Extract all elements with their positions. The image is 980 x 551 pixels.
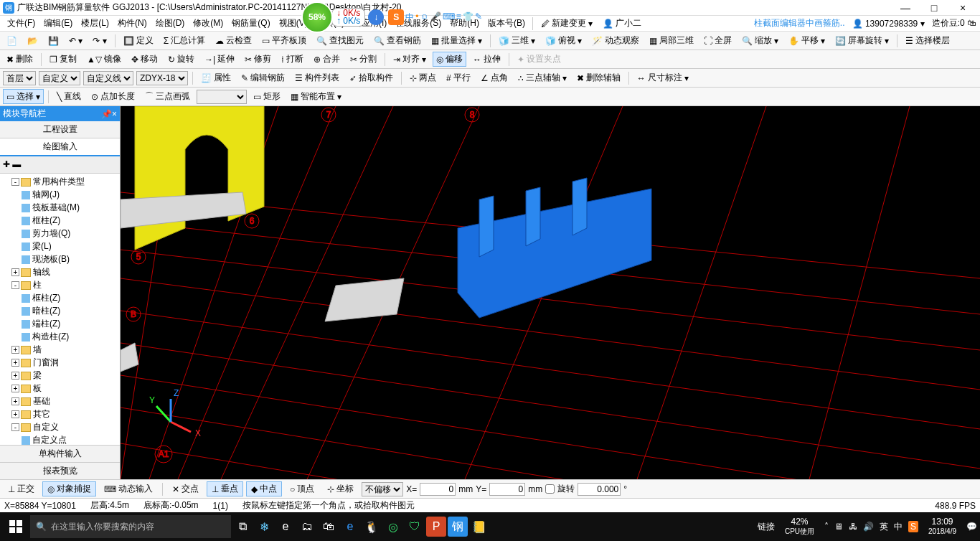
subcategory-select[interactable]: 自定义线 [83, 71, 133, 85]
app-qq-icon[interactable]: 🐧 [362, 517, 382, 537]
app-ggj-icon[interactable]: 钢 [448, 517, 468, 537]
stretch-button[interactable]: ↔ 拉伸 [469, 52, 504, 67]
app-explorer-icon[interactable]: 🗂 [297, 517, 317, 537]
save-icon[interactable]: 💾 [44, 34, 62, 47]
trim-button[interactable]: ✂ 修剪 [241, 52, 275, 67]
offset-mode-select[interactable]: 不偏移 [362, 482, 403, 496]
view-rebar-button[interactable]: 🔍 查看钢筋 [370, 33, 425, 48]
element-tree[interactable]: -常用构件类型轴网(J)筏板基础(M)框柱(Z)剪力墙(Q)梁(L)现浇板(B)… [0, 174, 120, 445]
element-list-button[interactable]: ☰ 构件列表 [291, 70, 343, 85]
new-file-icon[interactable]: 📄 [3, 34, 21, 47]
point-angle-button[interactable]: ∠ 点角 [477, 70, 512, 85]
dyninput-toggle[interactable]: ⌨ 动态输入 [99, 481, 158, 496]
tray-ime-en[interactable]: 英 [880, 521, 888, 533]
arc-options[interactable] [197, 90, 247, 104]
ortho-toggle[interactable]: ⊥ 正交 [3, 481, 39, 496]
select-floor-button[interactable]: ☰ 选择楼层 [902, 33, 953, 48]
y-input[interactable] [489, 483, 525, 496]
tab-project-settings[interactable]: 工程设置 [0, 121, 120, 138]
tab-draw-input[interactable]: 绘图输入 [0, 138, 120, 156]
app-360-icon[interactable]: ◎ [383, 517, 403, 537]
menu-version[interactable]: 版本号(B) [485, 17, 528, 29]
taskbar-search[interactable]: 🔍 在这里输入你要搜索的内容 [30, 515, 231, 538]
tree-node[interactable]: -柱 [1, 278, 118, 291]
menu-rebar[interactable]: 钢筋量(Q) [229, 17, 273, 29]
flat-top-button[interactable]: ▭ 平齐板顶 [258, 33, 310, 48]
menu-edit[interactable]: 编辑(E) [41, 17, 75, 29]
app-ie-icon[interactable]: e [340, 517, 360, 537]
local3d-button[interactable]: ▦ 局部三维 [646, 33, 697, 48]
menu-floor[interactable]: 楼层(L) [78, 17, 112, 29]
split-button[interactable]: ✂ 分割 [347, 52, 380, 67]
tray-network-icon[interactable]: 🖧 [849, 522, 857, 532]
tray-sogou-icon[interactable]: S [908, 521, 918, 532]
tray-volume-icon[interactable]: 🔊 [863, 522, 874, 532]
tree-node[interactable]: -常用构件类型 [1, 175, 118, 188]
app-store-icon[interactable]: 🛍 [319, 517, 339, 537]
zoom-button[interactable]: 🔍 缩放 ▾ [738, 33, 782, 48]
arc3-tool[interactable]: ⌒ 三点画弧 [141, 89, 194, 104]
rect-tool[interactable]: ▭ 矩形 [250, 89, 284, 104]
tray-up-icon[interactable]: ˄ [824, 522, 829, 532]
screen-rotate-button[interactable]: 🔄 屏幕旋转 ▾ [831, 33, 892, 48]
tree-node[interactable]: 轴网(J) [1, 188, 118, 201]
tree-node[interactable]: 筏板基础(M) [1, 201, 118, 214]
td-button[interactable]: 🧊 三维 ▾ [495, 33, 539, 48]
tree-node[interactable]: 构造柱(Z) [1, 330, 118, 343]
x-input[interactable] [420, 483, 456, 496]
define-button[interactable]: 🔲 定义 [120, 33, 157, 48]
find-element-button[interactable]: 🔍 查找图元 [313, 33, 367, 48]
property-button[interactable]: 🧾 属性 [197, 70, 235, 85]
pin-icon[interactable]: 📌 [101, 109, 112, 119]
tray-ime-cn[interactable]: 中 [894, 521, 903, 533]
tree-node[interactable]: 框柱(Z) [1, 214, 118, 227]
align-button[interactable]: ⇥ 对齐 ▾ [390, 52, 430, 67]
pan-button[interactable]: ✋ 平移 ▾ [785, 33, 829, 48]
bird-button[interactable]: 🧊 俯视 ▾ [542, 33, 585, 48]
tree-node[interactable]: 梁(L) [1, 240, 118, 253]
category-select[interactable]: 自定义 [39, 71, 80, 85]
move-button[interactable]: ✥ 移动 [128, 52, 161, 67]
menu-draw[interactable]: 绘图(D) [153, 17, 188, 29]
smart-layout-tool[interactable]: ▦ 智能布置 ▾ [287, 89, 345, 104]
midpoint-toggle[interactable]: ◆ 中点 [246, 481, 282, 496]
cloud-check-button[interactable]: ☁ 云检查 [212, 33, 255, 48]
tree-node[interactable]: 框柱(Z) [1, 291, 118, 304]
tree-node[interactable]: 暗柱(Z) [1, 304, 118, 317]
open-file-icon[interactable]: 📂 [24, 34, 42, 47]
select-tool[interactable]: ▭ 选择 ▾ [3, 89, 44, 104]
menu-file[interactable]: 文件(F) [4, 17, 38, 29]
vertex-toggle[interactable]: ○ 顶点 [285, 481, 319, 496]
merge-button[interactable]: ⊕ 合并 [310, 52, 344, 67]
app-ppt-icon[interactable]: P [426, 517, 446, 537]
fullscreen-button[interactable]: ⛶ 全屏 [700, 33, 735, 48]
code-select[interactable]: ZDYX-18 [136, 71, 188, 85]
window-close[interactable]: × [948, 2, 977, 14]
tree-node[interactable]: +板 [1, 382, 118, 395]
user-label[interactable]: 👤 广小二 [599, 16, 645, 31]
perp-toggle[interactable]: ⊥ 垂点 [207, 481, 243, 496]
tray-link[interactable]: 链接 [758, 521, 775, 533]
edit-rebar-button[interactable]: ✎ 编辑钢筋 [237, 70, 288, 85]
task-view-icon[interactable]: ⧉ [232, 517, 253, 537]
app-360safe-icon[interactable]: 🛡 [405, 517, 425, 537]
menu-modify[interactable]: 修改(M) [190, 17, 226, 29]
tree-node[interactable]: +其它 [1, 408, 118, 420]
floor-select[interactable]: 首层 [3, 71, 36, 85]
tree-node[interactable]: +轴线 [1, 265, 118, 278]
line-tool[interactable]: ╲ 直线 [53, 89, 85, 104]
panel-close-icon[interactable]: × [112, 109, 117, 119]
mirror-button[interactable]: ▲▽ 镜像 [83, 52, 125, 67]
delete-aux-button[interactable]: ✖ 删除辅轴 [573, 70, 624, 85]
tree-node[interactable]: +梁 [1, 369, 118, 382]
rotate-button[interactable]: ↻ 旋转 [164, 52, 198, 67]
tree-node[interactable]: 端柱(Z) [1, 317, 118, 330]
ime-bar[interactable]: 中 • ☺ 🎤 ⌨ ≡ 👕 ✎ [405, 11, 481, 24]
batch-select-button[interactable]: ▦ 批量选择 ▾ [428, 33, 486, 48]
menu-element[interactable]: 构件(N) [115, 17, 150, 29]
tree-node[interactable]: +基础 [1, 395, 118, 408]
tree-node[interactable]: 现浇板(B) [1, 253, 118, 265]
download-dot[interactable]: ↓ [368, 9, 384, 25]
sum-button[interactable]: Σ 汇总计算 [160, 33, 209, 48]
viewport-3d[interactable]: 5 6 7 8 B A1 X Y Z [121, 106, 980, 479]
